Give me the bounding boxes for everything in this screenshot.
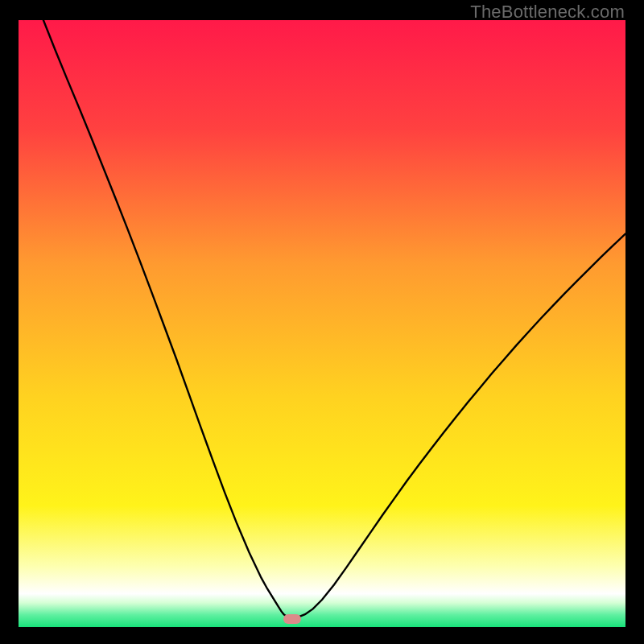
- gradient-background: [19, 20, 625, 627]
- chart-frame: [19, 20, 625, 627]
- bottleneck-chart: [19, 20, 625, 627]
- watermark-text: TheBottleneck.com: [470, 2, 625, 23]
- optimal-point-marker: [283, 614, 301, 624]
